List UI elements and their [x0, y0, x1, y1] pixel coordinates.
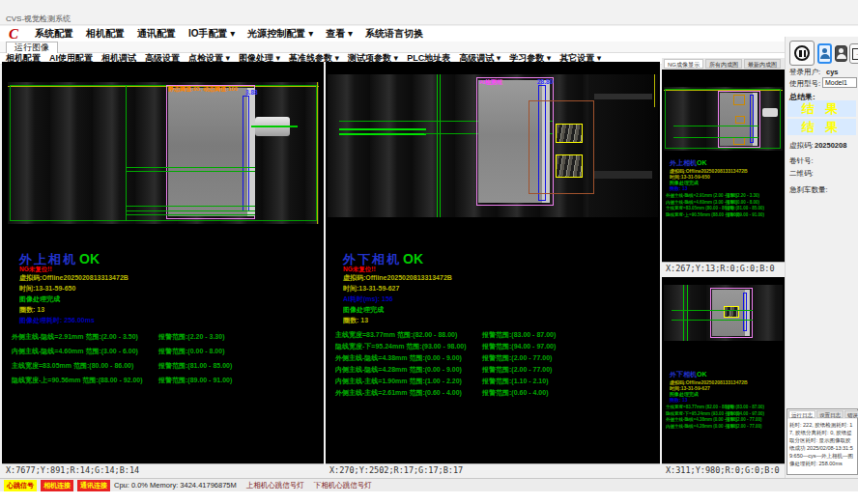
- result-ok: OK: [79, 251, 100, 266]
- process-done-text: 图像处理完成: [343, 305, 384, 315]
- exit-button[interactable]: [849, 43, 858, 64]
- menu-items-6[interactable]: 系统语言切换: [365, 27, 423, 41]
- rt-tabs-1[interactable]: 所有内成图: [705, 59, 742, 69]
- log-tabs-0[interactable]: 运行日志: [788, 410, 815, 418]
- sidebar: 登录用户: cys 使用型号: Model1 总结果: 结 果 结 果 虚拟码:…: [785, 37, 858, 492]
- comm-link-badge: 通讯连接: [77, 480, 110, 491]
- pause-icon: [794, 45, 810, 61]
- measurement-list: 外侧主线-隐线=2.91mm (2.00 - 3.50)报警:(2.20 - 3…: [666, 193, 764, 218]
- menu-items-5[interactable]: 查看 ▾: [326, 27, 353, 41]
- measurement-list: 外侧主线-隐线=2.91mm 范围:(2.00 - 3.50)报警范围:(2.2…: [12, 329, 232, 387]
- loop-count-text: 圈数: 13: [19, 305, 44, 315]
- cpu-memory-text: Cpu: 0.0% Memory: 3424.41796875M: [114, 481, 237, 490]
- camera-name: 外上相机: [19, 252, 77, 266]
- ng-thumbnail-image[interactable]: [664, 87, 783, 151]
- login-user-label: 登录用户:: [789, 68, 820, 77]
- measure-line: [672, 310, 753, 311]
- roi-orange-box: [735, 116, 745, 124]
- log-panel: 运行日志设置日志错误日志 耗时: 222, 胶纸检测耗时: 17, 胶纸分离耗时…: [786, 408, 858, 475]
- barcode-text: 虚拟码:Offline2025020813313472B: [19, 273, 129, 283]
- model-select[interactable]: Model1: [822, 77, 857, 88]
- lower-cam-heartbeat: 下相机心跳信号灯: [314, 481, 372, 490]
- left-camera-panel: 3.88 静态阈值:93, 动态阈值:100 外上相机OK NG未复位!! 虚拟…: [2, 62, 324, 477]
- camera-result-title: 外上相机OK: [670, 158, 707, 168]
- left-camera-image[interactable]: 3.88 静态阈值:93, 动态阈值:100: [8, 82, 319, 224]
- log-tabs: 运行日志设置日志错误日志: [787, 409, 857, 419]
- green-guide-line: [687, 285, 688, 341]
- measurement-row: 外侧主线-主线=2.61mm 范围:(0.60 - 4.00)报警范围:(0.6…: [335, 387, 556, 399]
- measurement-row: 内侧主线-隐线=4.28mm 范围:(0.00 - 9.00)报警范围:(2.0…: [335, 364, 556, 376]
- thumbnail-image[interactable]: [664, 285, 783, 341]
- exit-door-icon: [852, 48, 858, 60]
- log-tabs-2[interactable]: 错误日志: [844, 410, 858, 418]
- rt-tabs-2[interactable]: 最新内成图: [744, 59, 781, 69]
- measurement-row: 隐线宽度-下=95.24mm 范围:(93.00 - 98.00)报警范围:(9…: [335, 341, 556, 352]
- measure-line: [673, 126, 758, 126]
- pixel-coords-bar: X:270;Y:2502;R:17;G:17;B:17: [326, 463, 660, 477]
- measurement-list: 主线宽度=83.77mm 范围:(82.00 - 88.00)报警范围:(83.…: [335, 329, 556, 399]
- bright-green-segment: [339, 133, 426, 135]
- middle-camera-image[interactable]: AI检测框 28.80: [328, 74, 658, 217]
- camera-name: 外下相机: [670, 371, 697, 378]
- yellow-edge-line: [317, 82, 318, 224]
- log-tabs-1[interactable]: 设置日志: [816, 410, 844, 418]
- time-text: 时间:13-31-59-627: [343, 284, 399, 294]
- model-label: 使用型号:: [789, 79, 820, 89]
- ai-box-label: AI检测框: [479, 78, 502, 87]
- app-logo-icon: C: [9, 26, 18, 42]
- result-ok: OK: [403, 251, 423, 266]
- pixel-coords-bar: X:311;Y:980;R:0;G:0;B:0: [662, 463, 785, 477]
- roi-blue-rect: [743, 293, 747, 331]
- heartbeat-badge: 心跳信号: [4, 480, 37, 491]
- roi-green-rect: [10, 85, 317, 221]
- menu-items-1[interactable]: 相机配置: [86, 27, 125, 41]
- measure-line: [126, 214, 255, 215]
- roi-brown-rect: [529, 100, 594, 194]
- menu-items: 系统配置相机配置通讯配置IO手配置 ▾光源控制配置 ▾查看 ▾系统语言切换: [35, 26, 423, 42]
- menu-bar: C 系统配置相机配置通讯配置IO手配置 ▾光源控制配置 ▾查看 ▾系统语言切换: [0, 26, 858, 42]
- log-text: 耗时: 222, 胶纸检测耗时: 17, 胶纸分离耗时: 0, 胶纸提取分区耗时…: [787, 419, 857, 469]
- measurement-row: 内侧主线-隐线=4.60mm 范围:(3.00 - 6.00)报警范围:(0.0…: [12, 344, 232, 358]
- ng-display-panel: NG成像显示所有内成图最新内成图 外上相机OK 虚拟码:Offline20250…: [662, 58, 785, 275]
- user-login-button[interactable]: [817, 43, 832, 64]
- blue-measure-value: 3.88: [245, 89, 258, 96]
- user-icon: [819, 48, 830, 59]
- measure-line: [126, 171, 255, 172]
- measurement-list: 主线宽度=83.77mm (82.00 - 88.00)报警:(83.00 - …: [666, 405, 764, 430]
- barcode-value: 20250208: [815, 141, 846, 150]
- loop-count-text: 圈数: 13: [670, 185, 688, 191]
- camera-name: 外下相机: [343, 252, 401, 266]
- green-guide-line: [437, 74, 438, 217]
- result-indicator-bottom: 结 果: [787, 119, 856, 135]
- machine-part: [594, 94, 652, 99]
- roi-blue-rect: [750, 95, 754, 143]
- bright-green-segment: [339, 128, 426, 130]
- pixel-coords-bar: X:7677;Y:891;R:14;G:14;B:14: [2, 463, 324, 477]
- ai-elapsed-text: AI耗时(ms): 156: [343, 294, 393, 304]
- camera-result-title: 外下相机OK: [670, 370, 707, 379]
- yellow-edge-line: [654, 74, 655, 107]
- pin-number-label: 卷针号:: [789, 156, 814, 166]
- roi-yellow-box: [724, 306, 739, 318]
- second-display-panel: 外下相机OK 虚拟码:Offline2025020813313472B 时间:1…: [662, 277, 785, 477]
- menu-items-3[interactable]: IO手配置 ▾: [188, 27, 235, 41]
- operator-button[interactable]: [835, 45, 847, 62]
- login-user-value: cys: [826, 68, 839, 76]
- menu-items-4[interactable]: 光源控制配置 ▾: [247, 27, 313, 41]
- result-ok: OK: [697, 371, 707, 378]
- qr-code-label: 二维码:: [789, 169, 814, 179]
- menu-items-0[interactable]: 系统配置: [35, 27, 73, 41]
- status-bar: 心跳信号 相机连接 通讯连接 Cpu: 0.0% Memory: 3424.41…: [0, 478, 858, 491]
- blue-measure-value: 28.80: [537, 78, 553, 85]
- roi-yellow-box: [556, 124, 583, 143]
- loop-count-text: 圈数: 13: [343, 316, 368, 325]
- measurement-row: 内侧主线-主线=1.90mm 范围:(1.00 - 2.20)报警范围:(1.1…: [335, 376, 556, 387]
- green-guide-line: [683, 285, 684, 341]
- menu-items-2[interactable]: 通讯配置: [137, 27, 176, 41]
- machine-part: [594, 171, 652, 179]
- measurement-row: 内侧主线-隐线=4.28mm (0.00 - 9.00)报警:(2.00 - 7…: [666, 424, 764, 431]
- rt-tabs-0[interactable]: NG成像显示: [664, 59, 703, 69]
- middle-camera-panel: AI检测框 28.80 外下相机OK NG未复位!! 虚拟码:Offline20…: [326, 62, 660, 477]
- pause-button[interactable]: [789, 41, 815, 66]
- green-guide-line: [126, 85, 127, 221]
